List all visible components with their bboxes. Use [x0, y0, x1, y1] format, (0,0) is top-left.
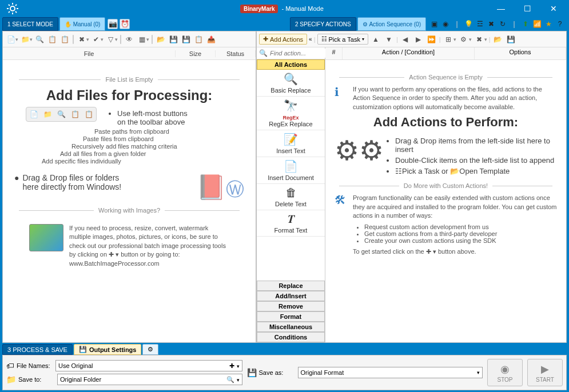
mini-add-folder-icon[interactable]: 📁: [41, 109, 54, 120]
cat-replace[interactable]: Replace: [257, 281, 325, 291]
paste-files-button[interactable]: 📋: [46, 34, 58, 45]
tab-settings-gear[interactable]: ⚙: [142, 344, 158, 355]
remove-button[interactable]: ✖: [76, 34, 87, 45]
images-divider: Working with Images?: [14, 207, 244, 214]
cat-format[interactable]: Format: [257, 311, 325, 322]
window-icon[interactable]: ▣: [429, 19, 439, 29]
cat-misc[interactable]: Miscellaneous: [257, 322, 325, 332]
clock-icon[interactable]: ⏰: [120, 19, 130, 29]
tasks-icon: ☷: [321, 35, 327, 43]
mini-paste-files-icon[interactable]: 📋: [69, 109, 81, 120]
action-empty-zone[interactable]: Action Sequence is Empty ℹ If you want t…: [325, 60, 566, 342]
camera-icon[interactable]: 📷: [108, 19, 118, 29]
undo-icon[interactable]: ◀: [400, 34, 411, 45]
close-button[interactable]: ✕: [540, 0, 567, 17]
grid-button[interactable]: ▦: [136, 34, 148, 45]
open-template-icon[interactable]: 📂: [492, 34, 504, 45]
tab-action-sequence[interactable]: ⚙ Action Sequence (0): [357, 17, 426, 31]
layout-icon[interactable]: ⊞: [443, 34, 454, 45]
filter-button[interactable]: ▽: [105, 34, 116, 45]
refresh-icon[interactable]: ↻: [498, 19, 507, 29]
add-recursive-button[interactable]: 🔍: [34, 34, 45, 45]
step-1-select-mode[interactable]: 1 SELECT MODE: [2, 17, 58, 31]
action-insert-text[interactable]: 📝Insert Text: [257, 130, 325, 157]
tools-icon[interactable]: ✖: [487, 19, 496, 29]
file-empty-zone[interactable]: File List is Empty Add Files for Process…: [3, 60, 256, 342]
preview-button[interactable]: 👁: [124, 34, 135, 45]
copy-button[interactable]: 📋: [193, 34, 204, 45]
chevron-down-icon: ▾: [362, 37, 364, 42]
delete-icon[interactable]: ✖: [473, 34, 485, 45]
mini-add-file-icon[interactable]: 📄: [27, 109, 40, 120]
wifi-icon[interactable]: 📶: [532, 19, 542, 29]
star-icon[interactable]: ★: [544, 19, 553, 29]
insert-doc-icon: 📄: [258, 159, 324, 173]
folder-icon: 📁: [6, 375, 16, 384]
empty-divider: File List is Empty: [14, 76, 244, 83]
check-button[interactable]: ✔: [90, 34, 102, 45]
action-basic-replace[interactable]: 🔍Basic Replace: [257, 70, 325, 97]
upload-icon[interactable]: ⬆: [521, 19, 530, 29]
redo-icon[interactable]: ▶: [413, 34, 424, 45]
collapse-icon[interactable]: «: [309, 36, 312, 42]
file-list-pane: 📄▾ 📁▾ 🔍 📋 📋 ✖▾ ✔▾ ▽▾ 👁 ▦▾ 📂 💾 💾 📋 📤 File…: [2, 31, 256, 343]
action-regex-replace[interactable]: 🔭RegExRegEx Replace: [257, 97, 325, 130]
add-actions-button[interactable]: ✚ Add Actions: [259, 34, 307, 45]
action-label: Delete Text: [275, 201, 307, 207]
gear-small-icon[interactable]: ⚙: [458, 34, 469, 45]
info-icon: ℹ: [335, 85, 348, 99]
bottom-bar: 3 PROCESS & SAVE 💾 Output Settings ⚙ 🏷 F…: [0, 343, 569, 389]
add-actions-title: Add Actions to Perform:: [335, 115, 557, 130]
cat-remove[interactable]: Remove: [257, 301, 325, 311]
action-delete-text[interactable]: 🗑Delete Text: [257, 184, 325, 210]
bulb-icon[interactable]: 💡: [464, 19, 473, 29]
custom-opt-1: Request custom action development from u…: [364, 223, 557, 230]
maximize-button[interactable]: ☐: [514, 0, 540, 17]
col-action[interactable]: Action / [Condition]: [343, 47, 475, 59]
list-icon[interactable]: ☲: [475, 19, 484, 29]
titlebar: BinaryMark - Manual Mode — ☐ ✕: [0, 0, 569, 17]
col-num[interactable]: #: [325, 47, 343, 59]
save-all-button[interactable]: 💾: [180, 34, 192, 45]
cat-add-insert[interactable]: Add/Insert: [257, 291, 325, 301]
col-options[interactable]: Options: [475, 47, 566, 59]
export-button[interactable]: 📤: [205, 34, 217, 45]
filenames-combo[interactable]: Use Original ✚ ▾: [55, 360, 242, 371]
target-icon[interactable]: ◉: [441, 19, 450, 29]
stop-button[interactable]: ◉ STOP: [487, 359, 523, 386]
tab-manual[interactable]: ✋ Manual (0): [59, 17, 106, 31]
chevron-down-icon: ▾: [237, 363, 240, 369]
start-button[interactable]: ▶ START: [527, 359, 563, 386]
save-list-button[interactable]: 💾: [168, 34, 179, 45]
pick-task-text: Pick a Task or: [402, 167, 448, 175]
down-arrow-icon[interactable]: ▼: [383, 34, 395, 45]
custom-opt-3: Create your own custom actions using the…: [364, 237, 557, 244]
minimize-button[interactable]: —: [488, 0, 514, 17]
bullet-pick-task: ☷Pick a Task or 📂Open Template: [395, 167, 557, 175]
action-insert-document[interactable]: 📄Insert Document: [257, 157, 325, 184]
custom-actions-text: Program functionality can be easily exte…: [353, 194, 557, 220]
saveas-combo[interactable]: Original Format ▾: [298, 367, 483, 378]
col-file[interactable]: File: [3, 50, 176, 57]
step-2-specify-actions[interactable]: 2 SPECIFY ACTIONS: [290, 17, 356, 31]
open-folder-button[interactable]: 📂: [155, 34, 166, 45]
mini-search-icon[interactable]: 🔍: [55, 109, 67, 120]
saveto-combo[interactable]: Original Folder 🔍 ▾: [57, 374, 242, 385]
col-size[interactable]: Size: [176, 50, 216, 57]
save-template-icon[interactable]: 💾: [506, 34, 517, 45]
help-icon[interactable]: ?: [555, 19, 564, 29]
up-arrow-icon[interactable]: ▲: [370, 34, 381, 45]
add-folder-button[interactable]: 📁: [19, 34, 31, 45]
pick-task-button[interactable]: ☷ Pick a Task ▾: [317, 34, 368, 45]
step-3-process-save[interactable]: 3 PROCESS & SAVE: [2, 344, 73, 355]
all-actions-header[interactable]: All Actions: [257, 59, 325, 70]
redo-all-icon[interactable]: ⏩: [426, 34, 437, 45]
tab-output-settings[interactable]: 💾 Output Settings: [74, 344, 142, 355]
image-thumbnail-icon: [29, 224, 63, 251]
cat-conditions[interactable]: Conditions: [257, 332, 325, 342]
action-format-text[interactable]: 𝑻Format Text: [257, 210, 325, 237]
add-file-button[interactable]: 📄: [5, 34, 17, 45]
paste-paths-button[interactable]: 📋: [59, 34, 70, 45]
col-status[interactable]: Status: [216, 50, 256, 57]
mini-paste-paths-icon[interactable]: 📋: [82, 109, 95, 120]
